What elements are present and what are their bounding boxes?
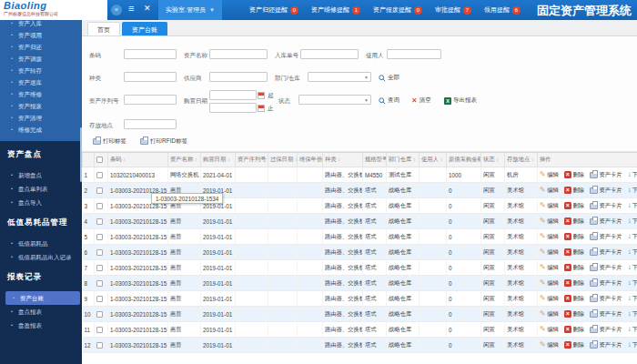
reminder-tab[interactable]: 资产归还提醒 0 bbox=[249, 5, 298, 15]
edit-action[interactable]: ✎编辑 bbox=[540, 217, 559, 226]
sort-icon[interactable]: ↕ bbox=[440, 157, 443, 162]
sidebar-collapse-icon[interactable]: « bbox=[111, 5, 122, 15]
barcode-input[interactable] bbox=[124, 49, 177, 59]
asset-card-action[interactable]: 资产卡片 bbox=[590, 264, 622, 272]
column-header[interactable]: 条码 ↕ bbox=[108, 153, 168, 167]
select-all-checkbox[interactable] bbox=[96, 157, 103, 163]
row-checkbox[interactable] bbox=[96, 249, 103, 256]
sidebar-item[interactable]: •资产台账 bbox=[5, 291, 80, 305]
delete-action[interactable]: ×删除 bbox=[564, 248, 584, 257]
edit-action[interactable]: ✎编辑 bbox=[540, 202, 559, 210]
row-checkbox[interactable] bbox=[96, 280, 103, 287]
delete-action[interactable]: ×删除 bbox=[564, 171, 584, 179]
sort-icon[interactable]: ↕ bbox=[228, 157, 230, 162]
row-checkbox[interactable] bbox=[96, 218, 103, 225]
asset-card-action[interactable]: 资产卡片 bbox=[590, 233, 622, 241]
edit-action[interactable]: ✎编辑 bbox=[540, 310, 559, 318]
asset-card-action[interactable]: 资产卡片 bbox=[590, 326, 622, 334]
dept-warehouse-select[interactable]: ▼ bbox=[308, 72, 371, 82]
asset-card-action[interactable]: 资产卡片 bbox=[590, 171, 622, 179]
asset-card-action[interactable]: 资产卡片 bbox=[590, 310, 622, 318]
purchase-date-to-input[interactable] bbox=[209, 103, 257, 113]
user-role-dropdown[interactable]: 实验室.管理员 ▼ bbox=[158, 0, 222, 20]
asset-card-action[interactable]: 资产卡片 bbox=[590, 248, 622, 257]
sidebar-item[interactable]: •资产退库 bbox=[0, 76, 82, 88]
sidebar-item[interactable]: •资产领用 bbox=[0, 29, 82, 41]
column-header[interactable]: 规格型号 ↕ bbox=[363, 153, 387, 167]
delete-action[interactable]: ×删除 bbox=[564, 326, 584, 334]
sort-icon[interactable]: ↕ bbox=[496, 157, 499, 162]
user-input[interactable] bbox=[387, 49, 441, 59]
column-header[interactable]: 维保年份 ↕ bbox=[298, 153, 323, 167]
reminder-tab[interactable]: 审批提醒 7 bbox=[435, 5, 471, 15]
row-checkbox[interactable] bbox=[96, 187, 103, 194]
download-action[interactable]: ↓下载 bbox=[628, 279, 637, 288]
sort-icon[interactable]: ↕ bbox=[531, 157, 534, 162]
row-checkbox[interactable] bbox=[96, 234, 103, 240]
edit-action[interactable]: ✎编辑 bbox=[540, 279, 559, 288]
column-header[interactable]: 资产名称 ↕ bbox=[168, 153, 201, 167]
sort-icon[interactable]: ↕ bbox=[413, 157, 416, 162]
download-action[interactable]: ↓下载 bbox=[628, 171, 637, 179]
print-rfid-label-button[interactable]: 打印RFID标签 bbox=[140, 137, 187, 146]
download-action[interactable]: ↓下载 bbox=[628, 233, 637, 241]
sidebar-item[interactable]: •盘点报表 bbox=[0, 305, 82, 318]
column-header[interactable]: 过保日期 ↕ bbox=[268, 153, 298, 167]
asset-card-action[interactable]: 资产卡片 bbox=[590, 341, 622, 349]
sidebar-item[interactable]: •资产维修 bbox=[0, 88, 82, 100]
column-header[interactable]: 资产序列号 ↕ bbox=[236, 153, 268, 167]
sidebar-item[interactable]: •低值易耗品 bbox=[0, 237, 82, 250]
delete-action[interactable]: ×删除 bbox=[564, 264, 584, 272]
sort-icon[interactable]: ↕ bbox=[195, 157, 197, 162]
download-action[interactable]: ↓下载 bbox=[628, 326, 637, 334]
export-report-button[interactable]: X 导出报表 bbox=[444, 96, 477, 105]
column-header[interactable]: 操作 bbox=[538, 153, 637, 167]
sidebar-item[interactable]: •资产调拨 bbox=[0, 53, 82, 65]
download-action[interactable]: ↓下载 bbox=[628, 248, 637, 257]
sidebar-item[interactable]: •盘点导入 bbox=[0, 196, 82, 209]
status-select[interactable]: ▼ bbox=[298, 95, 371, 105]
column-header[interactable]: 存放地点 ↕ bbox=[505, 153, 538, 167]
edit-action[interactable]: ✎编辑 bbox=[540, 295, 559, 303]
column-header[interactable]: 原值采购金额 ↕ bbox=[447, 153, 481, 167]
column-header[interactable]: 部门仓库 ↕ bbox=[387, 153, 420, 167]
download-action[interactable]: ↓下载 bbox=[628, 295, 637, 303]
download-action[interactable]: ↓下载 bbox=[628, 310, 637, 318]
reminder-tab[interactable]: 领用提醒 6 bbox=[484, 5, 521, 15]
asset-name-input[interactable] bbox=[209, 49, 268, 59]
edit-action[interactable]: ✎编辑 bbox=[540, 264, 559, 272]
inbound-no-input[interactable] bbox=[300, 49, 359, 59]
row-checkbox[interactable] bbox=[96, 203, 103, 209]
row-checkbox[interactable] bbox=[96, 172, 103, 178]
download-action[interactable]: ↓下载 bbox=[628, 341, 637, 349]
supplier-input[interactable] bbox=[209, 72, 268, 82]
download-action[interactable]: ↓下载 bbox=[628, 217, 637, 226]
serial-input[interactable] bbox=[124, 95, 177, 105]
delete-action[interactable]: ×删除 bbox=[564, 187, 584, 195]
print-label-button[interactable]: 打印标签 bbox=[93, 137, 126, 146]
asset-card-action[interactable]: 资产卡片 bbox=[590, 295, 622, 303]
download-action[interactable]: ↓下载 bbox=[628, 187, 637, 195]
close-icon[interactable]: ✕ bbox=[144, 4, 151, 13]
sidebar-item[interactable]: •资产报废 bbox=[0, 100, 82, 112]
row-checkbox[interactable] bbox=[96, 311, 103, 318]
location-input[interactable] bbox=[124, 119, 177, 129]
download-action[interactable]: ↓下载 bbox=[628, 202, 637, 210]
sidebar-item[interactable]: •新增盘点 bbox=[0, 168, 82, 182]
edit-action[interactable]: ✎编辑 bbox=[540, 233, 559, 241]
asset-card-action[interactable]: 资产卡片 bbox=[590, 202, 622, 210]
delete-action[interactable]: ×删除 bbox=[564, 202, 584, 210]
column-header[interactable]: 购置日期 ↕ bbox=[201, 153, 236, 167]
asset-card-action[interactable]: 资产卡片 bbox=[590, 187, 622, 195]
row-checkbox[interactable] bbox=[96, 342, 103, 349]
query-button[interactable]: 查询 bbox=[379, 96, 399, 105]
hamburger-menu-icon[interactable]: ≡ bbox=[128, 3, 134, 14]
tab-asset-ledger[interactable]: 资产台账 bbox=[122, 22, 167, 35]
sidebar-item[interactable]: •盘盈报表 bbox=[0, 318, 82, 332]
reminder-tab[interactable]: 资产报废提醒 0 bbox=[373, 5, 422, 15]
row-checkbox[interactable] bbox=[96, 265, 103, 271]
sidebar-item[interactable]: •资产归还 bbox=[0, 41, 82, 53]
edit-action[interactable]: ✎编辑 bbox=[540, 326, 559, 334]
sort-icon[interactable]: ↕ bbox=[338, 157, 340, 162]
tab-home[interactable]: 首页 bbox=[87, 22, 120, 35]
